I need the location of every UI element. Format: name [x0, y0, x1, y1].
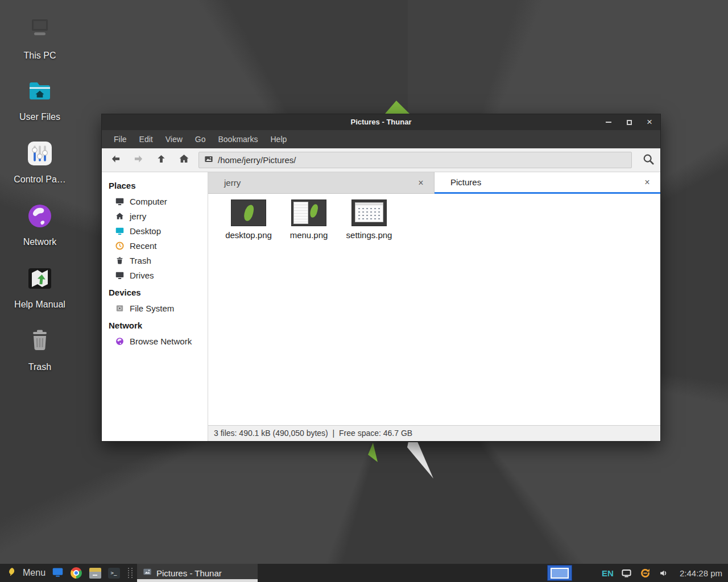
update-manager-icon[interactable]	[639, 567, 651, 579]
network-globe-icon	[26, 202, 53, 232]
path-text: /home/jerry/Pictures/	[218, 155, 296, 165]
sidebar-item-file-system[interactable]: File System	[102, 301, 208, 315]
file-name: desktop.png	[225, 230, 272, 240]
volume-icon[interactable]	[659, 568, 669, 579]
sidebar-item-label: jerry	[130, 211, 146, 221]
display-tray-icon[interactable]	[621, 568, 632, 579]
sidebar-item-label: Trash	[130, 256, 151, 265]
tab-bar: jerry × Pictures ×	[208, 172, 660, 194]
file-name: menu.png	[290, 230, 328, 240]
sidebar-item-desktop[interactable]: Desktop	[102, 223, 208, 238]
settings-png-thumbnail	[351, 199, 387, 226]
trash-icon	[26, 327, 53, 357]
desktop-icon-control-panel[interactable]: Control Pa…	[6, 140, 74, 185]
sidebar-item-jerry[interactable]: jerry	[102, 209, 208, 223]
file-desktop-png[interactable]: desktop.png	[222, 199, 275, 240]
sidebar-header-network: Network	[102, 315, 208, 334]
tab-jerry[interactable]: jerry ×	[208, 172, 435, 194]
up-button[interactable]	[152, 151, 170, 169]
clock[interactable]: 2:44:28 pm	[680, 568, 722, 578]
sidebar-item-label: Browse Network	[130, 336, 192, 346]
home-icon	[178, 153, 190, 167]
desktop-icon-label: Control Pa…	[14, 174, 66, 185]
search-button[interactable]	[636, 148, 660, 172]
menu-button[interactable]: Menu	[23, 568, 46, 578]
taskbar-window-label: Pictures - Thunar	[156, 568, 222, 578]
menu-view[interactable]: View	[159, 130, 189, 148]
menu-bookmarks[interactable]: Bookmarks	[212, 130, 264, 148]
sidebar-header-devices: Devices	[102, 282, 208, 301]
system-tray: EN 2:44:28 pm	[602, 567, 728, 579]
panel-separator-handle	[128, 568, 133, 578]
trash-icon	[114, 255, 125, 265]
desktop-icon-network[interactable]: Network	[6, 202, 74, 247]
chrome-launcher[interactable]	[69, 564, 83, 582]
sidebar-item-label: File System	[130, 304, 174, 313]
help-manual-icon	[26, 265, 53, 294]
tab-close-icon[interactable]: ×	[416, 178, 426, 188]
drives-monitor-icon	[114, 270, 125, 280]
home-icon	[114, 211, 125, 221]
computer-monitor-icon	[114, 196, 125, 206]
sidebar-item-browse-network[interactable]: Browse Network	[102, 334, 208, 348]
user-files-folder-icon	[26, 77, 53, 107]
desktop-icon-label: This PC	[24, 51, 56, 61]
chrome-icon	[71, 567, 82, 579]
terminal-launcher[interactable]: >_	[107, 564, 121, 582]
sidebar-item-label: Drives	[130, 271, 154, 280]
desktop-icon-label: Trash	[28, 362, 51, 372]
path-bar[interactable]: /home/jerry/Pictures/	[198, 152, 632, 168]
file-settings-png[interactable]: settings.png	[342, 199, 396, 240]
active-workspace	[551, 568, 569, 579]
sidebar-item-label: Computer	[130, 197, 167, 206]
clock-icon	[114, 240, 125, 251]
sidebar-item-trash[interactable]: Trash	[102, 253, 208, 268]
sidebar-item-recent[interactable]: Recent	[102, 238, 208, 253]
workspace-switcher[interactable]	[547, 565, 572, 581]
file-manager-launcher[interactable]	[88, 564, 102, 582]
back-button[interactable]	[106, 151, 125, 169]
file-list[interactable]: desktop.png menu.png settings.png	[208, 194, 660, 425]
taskbar-window-button[interactable]: Pictures - Thunar	[137, 564, 258, 582]
sidebar-header-places: Places	[102, 176, 208, 194]
back-arrow-icon	[110, 153, 122, 167]
desktop-icon-this-pc[interactable]: This PC	[6, 16, 74, 61]
maximize-button[interactable]	[625, 118, 633, 126]
desktop-monitor-icon	[114, 226, 125, 236]
close-button[interactable]: ×	[646, 118, 653, 126]
home-button[interactable]	[175, 151, 193, 169]
show-desktop-button[interactable]	[51, 564, 64, 582]
menu-edit[interactable]: Edit	[133, 130, 159, 148]
desktop-icon-label: Network	[23, 237, 57, 247]
wallpaper-logo-fragment-green-bottom	[368, 443, 378, 462]
image-file-icon	[204, 155, 213, 166]
sidebar-item-drives[interactable]: Drives	[102, 268, 208, 282]
menu-png-thumbnail	[291, 199, 326, 226]
sidebar: Places Computer jerry Desktop Recent Tra…	[102, 172, 208, 441]
tab-label: Pictures	[450, 177, 481, 187]
desktop-icon-user-files[interactable]: User Files	[6, 77, 74, 122]
window-title: Pictures - Thunar	[102, 114, 660, 130]
sidebar-item-label: Desktop	[130, 226, 161, 236]
tab-pictures[interactable]: Pictures ×	[435, 172, 660, 194]
distro-feather-icon	[7, 566, 16, 580]
menu-logo-button[interactable]	[5, 564, 18, 582]
hard-disk-icon	[114, 303, 125, 313]
menu-file[interactable]: File	[107, 130, 133, 148]
file-name: settings.png	[346, 230, 392, 240]
keyboard-layout-indicator[interactable]: EN	[602, 568, 614, 578]
toolbar: /home/jerry/Pictures/	[102, 148, 660, 172]
file-cabinet-icon	[89, 568, 101, 579]
desktop-icon-help-manual[interactable]: Help Manual	[6, 265, 74, 310]
tab-close-icon[interactable]: ×	[642, 177, 652, 188]
file-menu-png[interactable]: menu.png	[282, 199, 336, 240]
forward-button[interactable]	[129, 151, 147, 169]
desktop-icon-trash[interactable]: Trash	[6, 327, 74, 372]
titlebar[interactable]: Pictures - Thunar ×	[102, 114, 660, 130]
desktop-png-thumbnail	[231, 199, 266, 226]
menubar: File Edit View Go Bookmarks Help	[102, 130, 660, 148]
sidebar-item-computer[interactable]: Computer	[102, 194, 208, 209]
menu-help[interactable]: Help	[264, 130, 293, 148]
menu-go[interactable]: Go	[189, 130, 212, 148]
minimize-button[interactable]	[605, 118, 613, 126]
